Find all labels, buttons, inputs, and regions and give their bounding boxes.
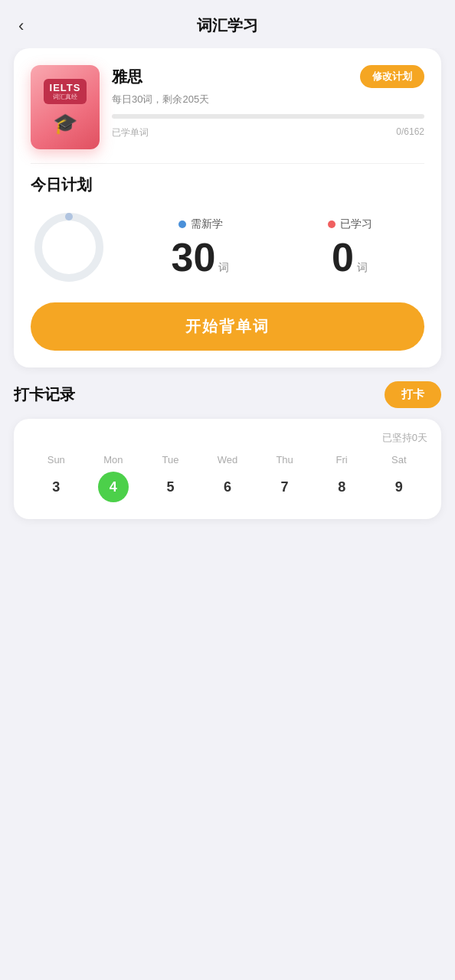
edit-plan-button[interactable]: 修改计划 — [360, 65, 424, 88]
progress-bar — [112, 114, 424, 119]
progress-value: 0/6162 — [396, 126, 424, 139]
day-number: 8 — [326, 472, 357, 502]
calendar-day: Sat9 — [370, 454, 427, 502]
course-info: 雅思 修改计划 每日30词，剩余205天 已学单词 0/6162 — [112, 65, 424, 139]
learned-words-stat: 已学习 0 词 — [275, 217, 424, 277]
today-plan-section: 今日计划 需新学 30 词 — [31, 175, 424, 351]
course-desc: 每日30词，剩余205天 — [112, 93, 424, 106]
donut-chart — [31, 209, 107, 286]
day-number: 9 — [384, 472, 414, 502]
day-name: Sat — [391, 454, 407, 466]
stats-columns: 需新学 30 词 已学习 0 词 — [126, 217, 424, 277]
course-row: IELTS 词汇真经 🎓 雅思 修改计划 每日30词，剩余205天 已学单词 0… — [31, 65, 424, 149]
day-number: 6 — [212, 472, 243, 502]
learned-unit: 词 — [357, 261, 368, 275]
new-num-row: 30 词 — [172, 237, 230, 277]
day-number: 3 — [41, 472, 71, 502]
new-label: 需新学 — [191, 217, 223, 231]
day-name: Thu — [276, 454, 293, 466]
day-number: 7 — [270, 472, 300, 502]
calendar-day: Thu7 — [256, 454, 313, 502]
day-name: Sun — [47, 454, 65, 466]
plan-stats: 需新学 30 词 已学习 0 词 — [31, 209, 424, 286]
course-name: 雅思 — [112, 67, 142, 87]
streak-text: 已坚持0天 — [28, 431, 427, 445]
graduation-icon: 🎓 — [53, 112, 77, 136]
learned-label: 已学习 — [340, 217, 372, 231]
calendar-day: Fri8 — [313, 454, 371, 502]
new-words-stat: 需新学 30 词 — [126, 217, 275, 277]
learned-label-row: 已学习 — [328, 217, 372, 231]
day-name: Mon — [103, 454, 123, 466]
divider — [31, 163, 424, 164]
checkin-header: 打卡记录 打卡 — [14, 381, 441, 408]
new-label-row: 需新学 — [178, 217, 223, 231]
donut-svg — [31, 209, 107, 286]
start-study-button[interactable]: 开始背单词 — [31, 302, 424, 351]
day-name: Fri — [336, 454, 348, 466]
header: ‹ 词汇学习 — [0, 0, 455, 48]
day-number: 5 — [155, 472, 185, 502]
back-button[interactable]: ‹ — [18, 16, 24, 36]
progress-label-row: 已学单词 0/6162 — [112, 126, 424, 139]
day-name: Wed — [218, 454, 238, 466]
course-cover: IELTS 词汇真经 🎓 — [31, 65, 100, 149]
new-dot — [178, 220, 186, 228]
checkin-button[interactable]: 打卡 — [385, 381, 441, 408]
calendar-day: Mon4 — [85, 454, 142, 502]
checkin-title: 打卡记录 — [14, 384, 75, 405]
new-count: 30 — [172, 237, 216, 277]
progress-label: 已学单词 — [112, 126, 149, 139]
calendar-card: 已坚持0天 Sun3Mon4Tue5Wed6Thu7Fri8Sat9 — [14, 419, 441, 519]
new-unit: 词 — [218, 261, 229, 275]
course-card: IELTS 词汇真经 🎓 雅思 修改计划 每日30词，剩余205天 已学单词 0… — [14, 48, 441, 368]
plan-title: 今日计划 — [31, 175, 424, 195]
learned-count: 0 — [332, 237, 354, 277]
calendar-week: Sun3Mon4Tue5Wed6Thu7Fri8Sat9 — [28, 454, 427, 502]
calendar-day: Wed6 — [199, 454, 257, 502]
day-name: Tue — [162, 454, 178, 466]
cover-subtitle: 词汇真经 — [50, 93, 81, 101]
page-title: 词汇学习 — [197, 15, 258, 36]
learned-num-row: 0 词 — [332, 237, 368, 277]
day-number[interactable]: 4 — [98, 472, 129, 502]
calendar-day: Tue5 — [142, 454, 199, 502]
learned-dot — [328, 220, 336, 228]
course-info-top: 雅思 修改计划 — [112, 65, 424, 88]
calendar-day: Sun3 — [28, 454, 85, 502]
cover-title: IELTS — [50, 82, 81, 93]
cover-title-box: IELTS 词汇真经 — [44, 79, 87, 104]
donut-background — [38, 217, 100, 278]
